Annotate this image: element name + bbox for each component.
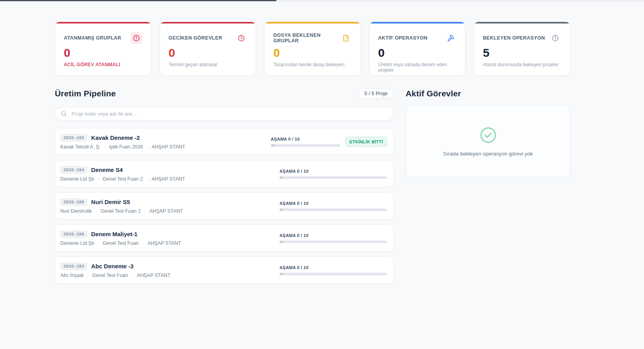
- project-event: Genel Test Fuarı: [92, 273, 128, 278]
- project-list: 2026-192 Kavak Deneme -2 Kavak Tekstil A…: [55, 128, 394, 284]
- stage-progressbar: [280, 241, 387, 243]
- stat-card-awaiting-files[interactable]: DOSYA BEKLENEN GRUPLAR 0 Tasarımdan tekn…: [264, 22, 361, 76]
- stat-card-title: AKTİF OPERASYON: [378, 35, 428, 41]
- project-code-badge: 2026-194: [60, 166, 87, 174]
- project-row[interactable]: 2026-196 Denem Maliyet-1 Deneme Ltd Şti …: [55, 224, 394, 251]
- project-code-badge: 2026-196: [60, 230, 87, 238]
- meta-separator: ·: [132, 273, 133, 278]
- alert-circle-icon: [131, 32, 143, 44]
- stat-card-value: 0: [273, 46, 352, 59]
- check-circle-icon: [479, 126, 497, 144]
- project-count-badge: 5 / 5 Proje: [358, 88, 394, 99]
- project-name: Denem Maliyet-1: [91, 231, 137, 237]
- card-accent-bar: [265, 22, 361, 24]
- project-event: Iplik Fuarı 2026: [109, 144, 143, 150]
- card-accent-bar: [55, 22, 151, 24]
- stat-card-title: DOSYA BEKLENEN GRUPLAR: [273, 33, 340, 43]
- stat-card-title: BEKLEYEN OPERASYON: [483, 35, 545, 41]
- project-row[interactable]: 2026-194 Deneme S4 Deneme Ltd Şti · Gene…: [55, 160, 394, 187]
- clock-icon: [550, 32, 561, 44]
- file-alert-icon: [340, 32, 352, 44]
- stage-label: AŞAMA 0 / 10: [280, 169, 387, 174]
- meta-separator: ·: [104, 144, 106, 150]
- project-search-input[interactable]: [55, 107, 394, 121]
- horizontal-scrollbar-track[interactable]: [0, 0, 644, 2]
- project-category: AHŞAP STANT: [137, 273, 171, 278]
- stage-progressbar: [280, 208, 387, 211]
- empty-state-message: Sırada bekleyen operasyon görevi yok: [443, 151, 533, 157]
- search-icon: [61, 110, 67, 117]
- meta-separator: ·: [146, 176, 148, 182]
- project-client: Deneme Ltd Şti: [60, 176, 94, 182]
- stat-card-overdue-tasks[interactable]: GECİKEN GÖREVLER 0 Termini geçen atamala…: [160, 22, 256, 76]
- project-code-badge: 2026-193: [60, 262, 87, 270]
- pipeline-section: Üretim Pipeline 5 / 5 Proje 2026-192 Kav…: [55, 88, 394, 284]
- project-code-badge: 2026-192: [60, 134, 87, 142]
- stat-card-unassigned-groups[interactable]: ATANMAMIŞ GRUPLAR 0 ACİL GÖREV ATANMALI: [55, 22, 152, 76]
- stat-card-active-operation[interactable]: AKTİF OPERASYON 0 Üretim veya sahada dev…: [369, 22, 466, 76]
- hammer-icon: [445, 32, 456, 44]
- active-tasks-section: Aktif Görevler Sırada bekleyen operasyon…: [406, 88, 570, 284]
- project-event: Genel Test Fuarı 2: [101, 208, 141, 214]
- stat-card-subtitle: Atandı durumunda bekleyen projeler: [483, 62, 561, 67]
- stage-label: AŞAMA 0 / 10: [280, 201, 387, 206]
- meta-separator: ·: [87, 273, 88, 278]
- status-badge: ETKİNLİK BİTTİ: [345, 137, 387, 147]
- stat-card-subtitle: Üretim veya sahada devam eden projeler: [378, 62, 457, 73]
- stat-card-title: ATANMAMIŞ GRUPLAR: [64, 35, 121, 41]
- card-accent-bar: [474, 22, 570, 24]
- clock-icon: [235, 32, 247, 44]
- project-code-badge: 2026-195: [60, 198, 87, 206]
- meta-separator: ·: [144, 208, 146, 214]
- project-name: Deneme S4: [91, 166, 123, 173]
- project-name: Kavak Deneme -2: [91, 134, 140, 141]
- project-client: Deneme Ltd Şti: [60, 241, 94, 246]
- meta-separator: ·: [96, 208, 97, 214]
- meta-separator: ·: [146, 144, 148, 150]
- card-accent-bar: [370, 22, 465, 24]
- stat-card-waiting-operation[interactable]: BEKLEYEN OPERASYON 5 Atandı durumunda be…: [474, 22, 570, 76]
- project-name: Nuri Demir S5: [91, 199, 130, 205]
- stat-card-subtitle: Termini geçen atamalar: [169, 62, 247, 67]
- pipeline-title: Üretim Pipeline: [55, 89, 116, 98]
- stat-card-subtitle: ACİL GÖREV ATANMALI: [64, 62, 143, 67]
- stage-label: AŞAMA 0 / 10: [280, 233, 387, 238]
- dashboard: ATANMAMIŞ GRUPLAR 0 ACİL GÖREV ATANMALI …: [0, 0, 644, 284]
- card-accent-bar: [160, 22, 256, 24]
- project-category: AHŞAP STANT: [150, 208, 183, 214]
- horizontal-scrollbar-thumb[interactable]: [0, 0, 276, 1]
- active-tasks-empty-state: Sırada bekleyen operasyon görevi yok: [406, 105, 570, 177]
- meta-separator: ·: [97, 176, 99, 182]
- stat-card-value: 5: [483, 46, 561, 59]
- project-row[interactable]: 2026-192 Kavak Deneme -2 Kavak Tekstil A…: [55, 128, 394, 155]
- project-event: Genel Test Fuarı: [103, 241, 139, 246]
- stage-label: AŞAMA 0 / 10: [280, 265, 387, 270]
- project-category: AHŞAP STANT: [152, 176, 185, 182]
- active-tasks-title: Aktif Görevler: [406, 89, 461, 98]
- stage-label: AŞAMA 0 / 10: [271, 137, 340, 141]
- project-category: AHŞAP STANT: [152, 144, 185, 150]
- project-client: Nuri Demircilik: [60, 208, 92, 214]
- project-category: AHŞAP STANT: [148, 241, 181, 246]
- stage-progressbar: [271, 144, 340, 147]
- project-row[interactable]: 2026-195 Nuri Demir S5 Nuri Demircilik ·…: [55, 192, 394, 219]
- stat-card-value: 0: [169, 46, 247, 59]
- stage-progressbar: [280, 176, 387, 179]
- stat-card-value: 0: [378, 46, 457, 59]
- project-row[interactable]: 2026-193 Abc Deneme -3 Abc İnşaat · Gene…: [55, 257, 394, 284]
- stat-card-title: GECİKEN GÖREVLER: [169, 35, 222, 41]
- stage-progressbar: [280, 273, 387, 275]
- stat-cards-row: ATANMAMIŞ GRUPLAR 0 ACİL GÖREV ATANMALI …: [55, 22, 570, 76]
- meta-separator: ·: [97, 241, 99, 246]
- meta-separator: ·: [143, 241, 144, 246]
- project-event: Genel Test Fuarı 2: [103, 176, 143, 182]
- project-name: Abc Deneme -3: [91, 263, 133, 269]
- project-client: Kavak Tekstil A. Ş.: [60, 144, 101, 150]
- stat-card-value: 0: [64, 46, 143, 59]
- stat-card-subtitle: Tasarımdan teknik detay bekleyen: [273, 62, 352, 67]
- project-client: Abc İnşaat: [60, 273, 83, 278]
